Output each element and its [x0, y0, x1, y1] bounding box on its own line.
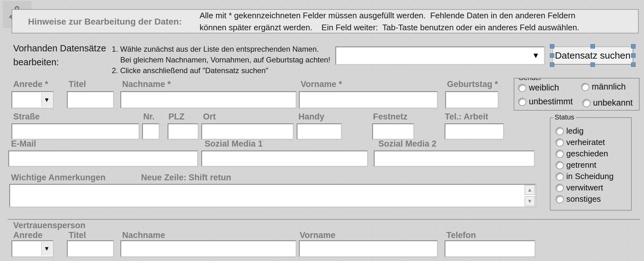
search-step-1: 1. Wähle zunächst aus der Liste den ents…	[112, 45, 319, 54]
vp-telefon-label: Telefon	[446, 230, 476, 240]
vp-nachname-label: Nachname	[122, 230, 165, 240]
scroll-down-button[interactable]: ▼	[525, 196, 535, 206]
combobox-dropdown-icon[interactable]: ▼	[41, 93, 52, 107]
datensatz-suchen-button[interactable]: Datensatz suchen	[552, 47, 633, 64]
status-radio-verheiratet[interactable]	[556, 138, 564, 147]
status-radio-getrennt-label: getrennt	[566, 160, 596, 170]
gender-group-legend: Gender	[517, 78, 543, 82]
selection-handle[interactable]	[631, 62, 636, 67]
status-radio-verheiratet-label: verheiratet	[566, 137, 605, 147]
tel-arbeit-input[interactable]	[445, 124, 504, 139]
plz-input[interactable]	[168, 124, 198, 139]
gender-radio-weiblich[interactable]	[518, 84, 526, 92]
vp-vorname-label: Vorname	[300, 230, 336, 240]
status-radio-ledig[interactable]	[556, 127, 564, 135]
gender-group: Gender weiblich männlich unbestimmt unbe…	[514, 78, 640, 111]
hint-line-2: können später ergänzt werden. Ein Feld w…	[200, 23, 579, 32]
status-radio-sonstiges[interactable]	[556, 195, 564, 203]
tel-arbeit-label: Tel.: Arbeit	[445, 112, 488, 122]
sozial-media-1-label: Sozial Media 1	[205, 139, 263, 149]
geburtstag-label: Geburtstag *	[447, 79, 498, 89]
status-group: Status ledig verheiratet geschieden getr…	[550, 117, 632, 211]
sozial-media-2-label: Sozial Media 2	[378, 139, 437, 149]
handy-label: Handy	[298, 112, 325, 122]
status-group-legend: Status	[553, 113, 576, 121]
section-divider	[8, 219, 640, 220]
vp-vorname-input[interactable]	[299, 241, 438, 257]
nr-label: Nr.	[143, 112, 155, 122]
gender-radio-weiblich-label: weiblich	[529, 83, 559, 93]
combobox-dropdown-icon[interactable]: ▼	[532, 51, 539, 60]
selection-handle[interactable]	[550, 62, 554, 67]
scroll-up-button[interactable]: ▲	[525, 185, 535, 195]
vorname-label: Vorname *	[301, 79, 342, 89]
gender-radio-unbestimmt[interactable]	[518, 98, 526, 106]
hint-line-1: Alle mit * gekennzeichneten Felder müsse…	[200, 11, 575, 20]
vp-telefon-input[interactable]	[445, 241, 535, 257]
vp-anrede-label: Anrede	[13, 230, 42, 240]
gender-radio-unbekannt[interactable]	[582, 99, 590, 107]
status-radio-geschieden[interactable]	[556, 150, 564, 158]
sozial-media-2-input[interactable]	[374, 151, 534, 166]
gender-radio-maennlich[interactable]	[581, 83, 589, 91]
form-canvas: Hinweise zur Bearbeitung der Daten: Alle…	[0, 0, 644, 261]
gender-radio-unbestimmt-label: unbestimmt	[529, 97, 573, 107]
vorname-input[interactable]	[299, 91, 438, 108]
status-radio-verwitwert[interactable]	[556, 184, 564, 192]
handy-input[interactable]	[297, 124, 342, 139]
status-radio-verwitwert-label: verwitwert	[566, 183, 603, 193]
search-step-2: 2. Clicke anschließend auf "Datensatz su…	[112, 66, 268, 75]
selection-handle[interactable]	[631, 53, 636, 58]
email-input[interactable]	[8, 151, 198, 166]
vertrauensperson-title: Vertrauensperson	[13, 221, 86, 230]
nachname-input[interactable]	[121, 91, 296, 108]
search-step-1b: Bei gleichem Nachnamen, Vornahmen, auf G…	[120, 55, 330, 64]
vp-nachname-input[interactable]	[121, 241, 296, 257]
selection-handle[interactable]	[590, 62, 595, 67]
festnetz-input[interactable]	[372, 124, 414, 139]
nachname-label: Nachname *	[122, 79, 171, 89]
anrede-label: Anrede *	[13, 79, 48, 89]
ort-label: Ort	[203, 112, 216, 122]
status-radio-getrennt[interactable]	[556, 161, 564, 169]
existing-records-label-line2: bearbeiten:	[13, 57, 59, 67]
strasse-label: Straße	[13, 112, 40, 122]
selection-handle[interactable]	[590, 44, 595, 49]
vp-anrede-combobox[interactable]: ▼	[12, 241, 53, 257]
sozial-media-1-input[interactable]	[201, 151, 368, 166]
selection-handle[interactable]	[550, 53, 554, 58]
titel-input[interactable]	[67, 91, 114, 108]
plz-label: PLZ	[168, 112, 184, 122]
anmerkungen-label: Wichtige Anmerkungen	[11, 173, 105, 183]
record-search-combobox[interactable]: ▼	[336, 47, 545, 65]
selection-handle[interactable]	[550, 44, 554, 49]
anrede-combobox[interactable]: ▼	[12, 91, 53, 108]
geburtstag-input[interactable]	[445, 91, 498, 108]
anmerkungen-textarea[interactable]	[9, 184, 536, 207]
anmerkungen-textarea-wrap: ▲ ▼	[9, 184, 536, 207]
status-radio-in-scheidung[interactable]	[556, 172, 564, 181]
vp-titel-input[interactable]	[67, 241, 114, 257]
status-radio-sonstiges-label: sonstiges	[566, 194, 601, 204]
gender-radio-maennlich-label: männlich	[592, 82, 626, 92]
festnetz-label: Festnetz	[373, 112, 408, 122]
existing-records-label-line1: Vorhanden Datensätze	[13, 43, 106, 54]
nr-input[interactable]	[142, 124, 159, 139]
status-radio-geschieden-label: geschieden	[566, 149, 608, 159]
selection-handle[interactable]	[631, 44, 636, 49]
gender-radio-unbekannt-label: unbekannt	[593, 98, 633, 108]
ort-input[interactable]	[201, 124, 293, 139]
hint-box: Hinweise zur Bearbeitung der Daten: Alle…	[12, 9, 639, 33]
anmerkungen-hint-label: Neue Zeile: Shift retun	[141, 173, 231, 183]
titel-label: Titel	[69, 79, 86, 89]
strasse-input[interactable]	[12, 124, 139, 139]
email-label: E-Mail	[11, 139, 36, 149]
status-radio-in-scheidung-label: in Scheidung	[566, 171, 613, 181]
combobox-dropdown-icon[interactable]: ▼	[41, 242, 52, 256]
search-button-selection: Datensatz suchen	[552, 47, 633, 64]
vp-titel-label: Titel	[69, 230, 86, 240]
status-radio-ledig-label: ledig	[566, 126, 584, 136]
hint-box-title: Hinweise zur Bearbeitung der Daten:	[28, 17, 182, 27]
